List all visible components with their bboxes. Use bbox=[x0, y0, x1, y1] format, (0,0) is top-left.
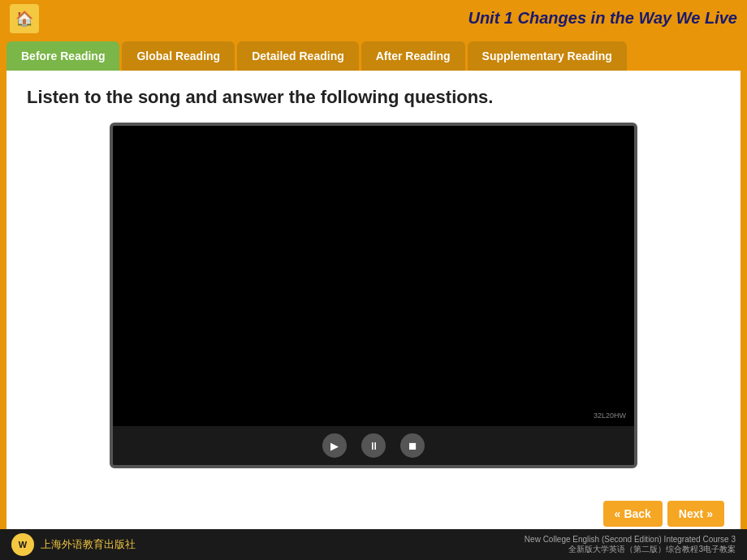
nav-buttons: « Back Next » bbox=[603, 501, 724, 527]
play-button[interactable]: ▶ bbox=[322, 433, 347, 458]
stop-button[interactable]: ⏹ bbox=[400, 433, 425, 458]
model-label: 32L20HW bbox=[594, 411, 626, 420]
pause-button[interactable]: ⏸ bbox=[361, 433, 386, 458]
back-chevron-left-icon: « bbox=[615, 507, 621, 520]
footer-text: New College English (Second Edition) Int… bbox=[525, 535, 736, 555]
video-player: 32L20HW ▶ ⏸ ⏹ bbox=[110, 123, 637, 468]
tab-supplementary-reading[interactable]: Supplementary Reading bbox=[468, 41, 627, 71]
main-content: Listen to the song and answer the follow… bbox=[6, 71, 741, 541]
tab-before-reading[interactable]: Before Reading bbox=[6, 41, 119, 71]
subtitle-cn: 全新版大学英语（第二版）综合教程3电子教案 bbox=[525, 544, 736, 555]
footer: W 上海外语教育出版社 New College English (Second … bbox=[0, 529, 747, 560]
video-screen: 32L20HW bbox=[113, 126, 634, 426]
publisher-icon: W bbox=[11, 533, 34, 556]
tab-detailed-reading[interactable]: Detailed Reading bbox=[237, 41, 359, 71]
page-title: Unit 1 Changes in the Way We Live bbox=[468, 9, 737, 28]
instruction-text: Listen to the song and answer the follow… bbox=[27, 87, 720, 108]
tab-bar: Before Reading Global Reading Detailed R… bbox=[0, 37, 747, 71]
publisher-logo: W 上海外语教育出版社 bbox=[11, 533, 136, 556]
subtitle-en: New College English (Second Edition) Int… bbox=[525, 535, 736, 544]
home-icon[interactable]: 🏠 bbox=[10, 4, 39, 33]
back-button[interactable]: « Back bbox=[603, 501, 663, 527]
tab-after-reading[interactable]: After Reading bbox=[361, 41, 465, 71]
next-chevron-right-icon: » bbox=[706, 507, 713, 520]
next-button[interactable]: Next » bbox=[667, 501, 724, 527]
publisher-name: 上海外语教育出版社 bbox=[41, 537, 136, 552]
tab-global-reading[interactable]: Global Reading bbox=[122, 41, 235, 71]
header: 🏠 Unit 1 Changes in the Way We Live bbox=[0, 0, 747, 37]
video-controls: ▶ ⏸ ⏹ bbox=[113, 426, 634, 465]
